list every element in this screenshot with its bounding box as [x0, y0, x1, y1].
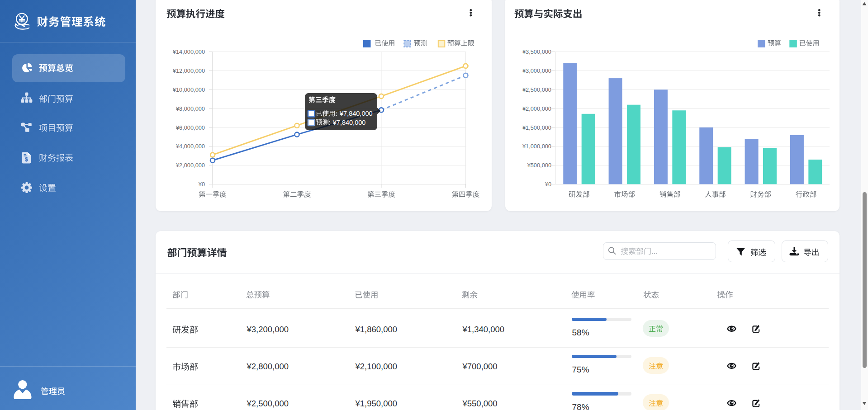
- svg-text:¥7,840,000: ¥7,840,000: [339, 110, 373, 117]
- svg-text:58%: 58%: [572, 328, 589, 337]
- svg-text:¥7,840,000: ¥7,840,000: [332, 119, 366, 126]
- svg-text:¥500,000: ¥500,000: [527, 162, 551, 169]
- svg-text:¥8,000,000: ¥8,000,000: [175, 105, 205, 112]
- svg-text:¥12,000,000: ¥12,000,000: [172, 67, 205, 74]
- svg-text:¥2,000,000: ¥2,000,000: [175, 162, 205, 169]
- svg-text:¥10,000,000: ¥10,000,000: [172, 86, 205, 93]
- svg-text:¥1,340,000: ¥1,340,000: [462, 325, 505, 334]
- svg-text:¥550,000: ¥550,000: [462, 399, 498, 408]
- svg-text:¥1,500,000: ¥1,500,000: [522, 124, 551, 131]
- svg-text:¥2,000,000: ¥2,000,000: [522, 105, 551, 112]
- svg-text:¥3,200,000: ¥3,200,000: [247, 325, 289, 334]
- svg-text:¥700,000: ¥700,000: [462, 362, 498, 371]
- svg-text:78%: 78%: [572, 402, 589, 410]
- svg-text:¥1,000,000: ¥1,000,000: [522, 143, 551, 150]
- svg-text:¥0: ¥0: [545, 181, 551, 188]
- svg-text:¥1,860,000: ¥1,860,000: [355, 325, 398, 334]
- svg-text:¥6,000,000: ¥6,000,000: [175, 124, 205, 131]
- svg-text:¥14,000,000: ¥14,000,000: [172, 48, 205, 55]
- svg-text:¥0: ¥0: [198, 181, 205, 188]
- svg-text:¥2,500,000: ¥2,500,000: [522, 86, 551, 93]
- svg-text:¥2,800,000: ¥2,800,000: [247, 362, 289, 371]
- svg-text:¥2,500,000: ¥2,500,000: [247, 399, 289, 408]
- svg-text:75%: 75%: [572, 365, 589, 374]
- svg-text:¥3,000,000: ¥3,000,000: [522, 67, 551, 74]
- svg-text:¥4,000,000: ¥4,000,000: [175, 143, 205, 150]
- svg-text:¥1,950,000: ¥1,950,000: [355, 399, 398, 408]
- svg-text:¥3,500,000: ¥3,500,000: [522, 48, 551, 55]
- svg-text:¥2,100,000: ¥2,100,000: [355, 362, 398, 371]
